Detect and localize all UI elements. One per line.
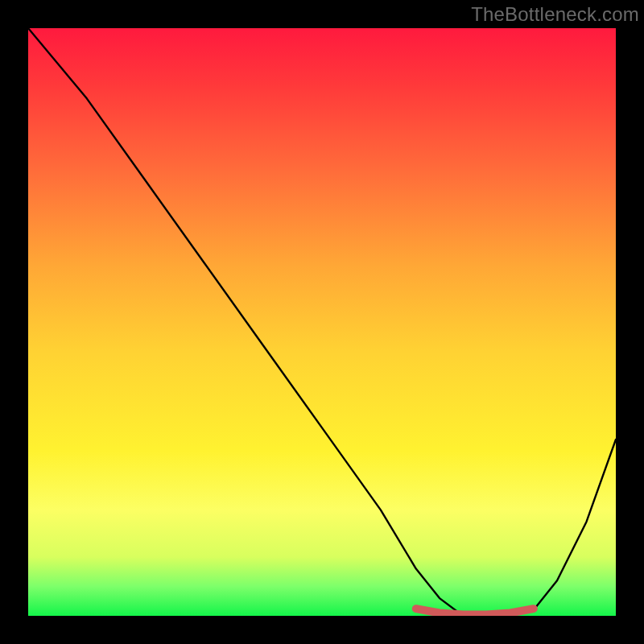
optimal-segment-line bbox=[416, 609, 534, 614]
chart-svg bbox=[28, 28, 616, 616]
bottleneck-curve-line bbox=[28, 28, 616, 616]
chart-plot-area bbox=[28, 28, 616, 616]
chart-frame: TheBottleneck.com bbox=[0, 0, 644, 644]
watermark-text: TheBottleneck.com bbox=[471, 3, 639, 26]
